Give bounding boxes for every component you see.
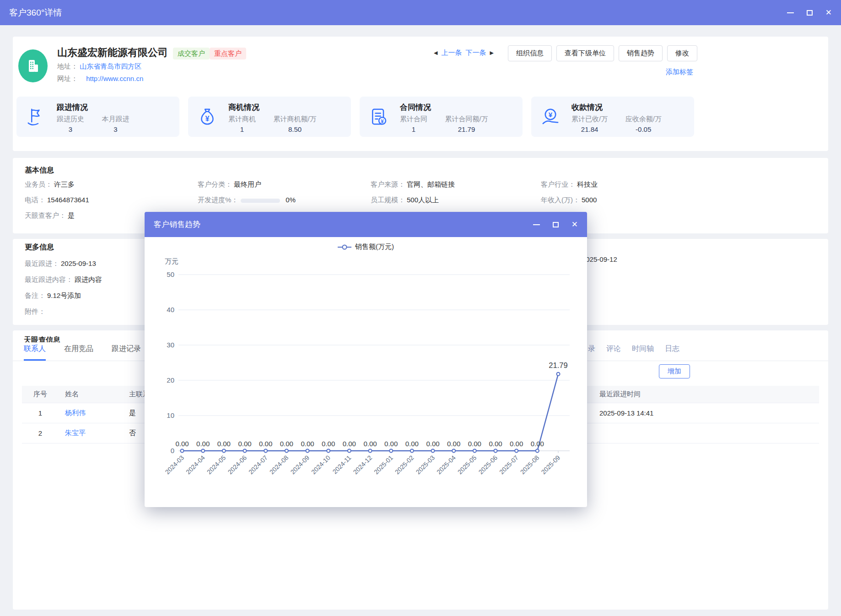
col-header-last-follow: 最近跟进时间	[585, 390, 819, 399]
tab-timeline[interactable]: 时间轴	[632, 344, 654, 359]
tab-logs[interactable]: 日志	[665, 344, 679, 359]
svg-text:2024-04: 2024-04	[184, 454, 206, 476]
svg-text:0.00: 0.00	[322, 440, 335, 448]
stat-label: 累计商机额/万	[273, 115, 316, 124]
svg-text:20: 20	[167, 376, 174, 384]
svg-text:¥: ¥	[381, 119, 384, 124]
address-link[interactable]: 山东省青岛市四方区	[80, 62, 141, 70]
tab-competitors[interactable]: 在用竞品	[64, 344, 93, 361]
window-minimize-icon[interactable]	[787, 12, 794, 13]
field-customer-category: 客户分类：最终用户	[198, 180, 371, 189]
money-bag-icon: ¥	[198, 108, 216, 126]
add-contact-button[interactable]: 增加	[659, 364, 690, 378]
stat-value: -0.05	[625, 125, 662, 133]
window-close-icon[interactable]: ✕	[825, 9, 832, 16]
stat-label: 累计合同额/万	[445, 115, 488, 124]
deal-customer-tag: 成交客户	[173, 48, 210, 59]
svg-text:10: 10	[167, 411, 174, 419]
svg-text:0.00: 0.00	[196, 440, 210, 448]
address-label: 地址：	[57, 62, 78, 70]
field-customer-industry: 客户行业：科技业	[541, 180, 816, 189]
svg-text:2025-08: 2025-08	[519, 454, 541, 476]
stats-row: 跟进情况 跟进历史3 本月跟进3 ¥ 商机情况	[16, 97, 694, 137]
basic-info-title: 基本信息	[25, 166, 816, 175]
svg-text:0.00: 0.00	[175, 440, 189, 448]
svg-text:2025-09: 2025-09	[539, 454, 561, 476]
stat-label: 跟进历史	[57, 115, 84, 124]
modal-close-icon[interactable]: ✕	[571, 221, 578, 228]
field-employee-scale: 员工规模：500人以上	[371, 195, 541, 205]
svg-text:0.00: 0.00	[280, 440, 293, 448]
contact-name-link[interactable]: 杨利伟	[65, 409, 86, 416]
svg-text:2025-06: 2025-06	[477, 454, 499, 476]
window-maximize-icon[interactable]	[807, 10, 813, 16]
svg-text:2024-09: 2024-09	[289, 454, 311, 476]
svg-text:2024-12: 2024-12	[351, 454, 373, 476]
stat-value: 21.84	[571, 125, 608, 133]
view-subunits-button[interactable]: 查看下级单位	[556, 45, 614, 61]
svg-text:0.00: 0.00	[384, 440, 398, 448]
svg-text:0: 0	[171, 447, 174, 454]
field-dev-progress: 开发进度%：0%	[198, 195, 371, 205]
stat-label: 累计已收/万	[571, 115, 608, 124]
payment-icon: ¥	[541, 108, 560, 126]
next-arrow-icon[interactable]: ▶	[490, 50, 493, 56]
add-tag-link[interactable]: 添加标签	[666, 68, 693, 76]
field-phone: 电话：15464873641	[25, 195, 198, 205]
window-titlebar: 客户360°详情 ✕	[0, 0, 841, 25]
svg-text:2025-01: 2025-01	[372, 454, 394, 476]
svg-text:2025-02: 2025-02	[394, 454, 415, 476]
tab-contacts[interactable]: 联系人	[24, 344, 46, 361]
website-link[interactable]: http://www.ccnn.cn	[86, 75, 143, 82]
prev-arrow-icon[interactable]: ◀	[434, 50, 437, 56]
svg-text:2024-03: 2024-03	[163, 454, 185, 476]
svg-text:0.00: 0.00	[363, 440, 377, 448]
stat-label: 应收余额/万	[625, 115, 662, 124]
modal-minimize-icon[interactable]	[533, 224, 540, 225]
edit-button[interactable]: 修改	[667, 45, 697, 61]
svg-text:0.00: 0.00	[489, 440, 502, 448]
stat-title: 合同情况	[400, 102, 504, 113]
company-name: 山东盛宏新能源有限公司	[57, 46, 168, 59]
sales-trend-button[interactable]: 销售趋势	[619, 45, 663, 61]
address-row: 地址： 山东省青岛市四方区	[57, 62, 141, 71]
svg-text:2025-07: 2025-07	[498, 454, 520, 476]
stat-title: 商机情况	[228, 102, 332, 113]
progress-bar	[241, 199, 280, 203]
field-annual-income: 年收入(万)：5000	[541, 195, 816, 205]
opportunity-stat-card: ¥ 商机情况 累计商机1 累计商机额/万8.50	[188, 97, 351, 137]
record-nav: ◀ 上一条 下一条 ▶	[434, 49, 494, 57]
contact-name-link[interactable]: 朱宝平	[65, 429, 86, 437]
svg-text:0.00: 0.00	[238, 440, 251, 448]
next-record-link[interactable]: 下一条	[465, 49, 486, 57]
svg-text:0.00: 0.00	[259, 440, 272, 448]
stat-value: 3	[57, 125, 84, 133]
tab-comments[interactable]: 评论	[606, 344, 621, 359]
field-customer-source: 客户来源：官网、邮箱链接	[371, 180, 541, 189]
key-customer-tag: 重点客户	[210, 48, 246, 59]
svg-text:0.00: 0.00	[510, 440, 523, 448]
stat-title: 收款情况	[571, 102, 677, 113]
svg-text:0.00: 0.00	[468, 440, 481, 448]
tab-partial[interactable]: 录	[588, 344, 595, 359]
modal-titlebar: 客户销售趋势 ✕	[145, 212, 587, 237]
col-header-index: 序号	[22, 390, 59, 399]
org-info-button[interactable]: 组织信息	[508, 45, 552, 61]
svg-text:0.00: 0.00	[217, 440, 231, 448]
svg-text:21.79: 21.79	[549, 361, 567, 369]
field-salesperson: 业务员：许三多	[25, 180, 198, 189]
stat-label: 累计商机	[228, 115, 256, 124]
svg-text:2025-05: 2025-05	[456, 454, 478, 476]
svg-text:2025-04: 2025-04	[435, 454, 457, 476]
svg-text:0.00: 0.00	[426, 440, 439, 448]
website-row: 网址： http://www.ccnn.cn	[57, 75, 143, 83]
prev-record-link[interactable]: 上一条	[441, 49, 462, 57]
svg-text:¥: ¥	[205, 114, 209, 123]
tab-follow-records[interactable]: 跟进记录	[112, 344, 141, 361]
sales-trend-chart: 销售额(万元) 万元 010203040502024-032024-042024…	[145, 237, 587, 507]
svg-text:0.00: 0.00	[301, 440, 314, 448]
modal-maximize-icon[interactable]	[553, 222, 559, 227]
sales-trend-modal: 客户销售趋势 ✕ 销售额(万元) 万元 010203040502024-0320…	[145, 212, 587, 507]
customer-360-window: 客户360°详情 ✕ 山东盛宏新能源有限公司 成交客户 重点客户	[0, 0, 841, 616]
svg-text:2024-07: 2024-07	[247, 454, 269, 476]
